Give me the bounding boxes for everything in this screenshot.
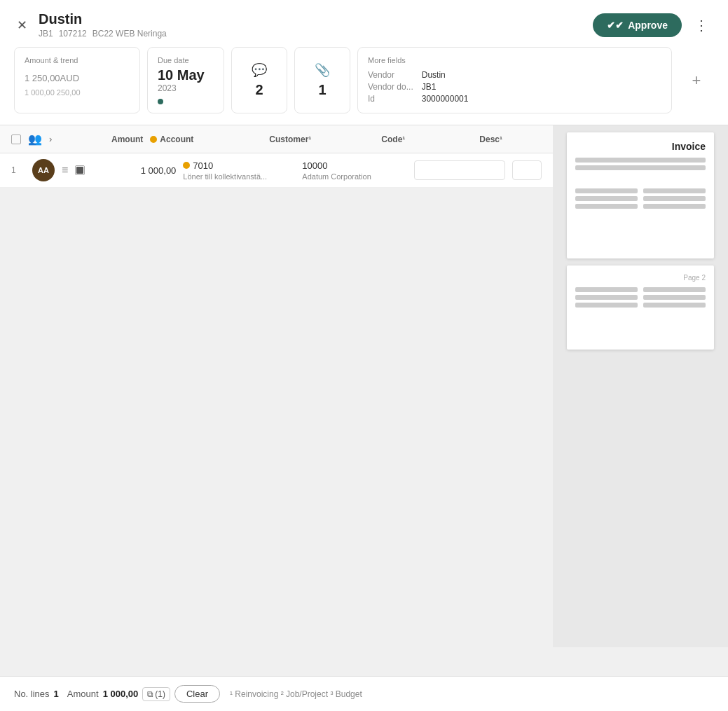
- plus-icon: +: [692, 71, 701, 90]
- check-icon: ✔✔: [607, 20, 624, 31]
- clear-button[interactable]: Clear: [174, 685, 220, 703]
- invoice-preview-panel: Invoice Pa: [553, 125, 728, 647]
- field-key-vendor-do: Vendor do...: [368, 82, 413, 92]
- desc-input[interactable]: [512, 160, 542, 180]
- invoice-line: [643, 295, 706, 300]
- attachment-icon: 📎: [315, 62, 330, 78]
- row-checkbox-inner: [76, 167, 83, 174]
- due-date-label: Due date: [158, 56, 214, 64]
- row-amount: 1 000,00: [92, 165, 176, 176]
- page-2-label: Page 2: [575, 274, 706, 282]
- invoice-line: [575, 295, 638, 300]
- copy-count: (1): [155, 689, 165, 699]
- meta-id: 107212: [59, 29, 87, 39]
- due-date-main: 10 May: [158, 67, 214, 83]
- no-lines-label: No. lines: [14, 689, 50, 699]
- copy-icon: ⧉: [147, 689, 153, 699]
- more-options-button[interactable]: ⋮: [689, 14, 714, 36]
- row-number: 1: [11, 165, 25, 175]
- table-section: 👥 › Amount Account Customer¹ Code¹ Desc¹…: [0, 125, 553, 647]
- copy-button[interactable]: ⧉ (1): [142, 687, 170, 701]
- account-number: 7010: [183, 160, 295, 171]
- invoice-line: [575, 158, 706, 163]
- amount-value: 1 000,00: [103, 689, 139, 699]
- attachments-card[interactable]: 📎 1: [294, 47, 350, 113]
- col-header-amount: Amount: [59, 134, 143, 144]
- customer-number: 10000: [302, 160, 407, 171]
- invoice-line: [575, 204, 638, 209]
- row-account: 7010 Löner till kollektivanstä...: [183, 160, 295, 181]
- add-field-button[interactable]: +: [679, 47, 714, 113]
- invoice-lines-1: [575, 158, 706, 170]
- comments-count: 2: [255, 82, 263, 98]
- main-area: 👥 › Amount Account Customer¹ Code¹ Desc¹…: [0, 125, 728, 647]
- approve-button[interactable]: ✔✔ Approve: [593, 13, 682, 37]
- table-row-inner: 1 AA ≡ 1 000,00 7010 Löner till kollekti…: [0, 153, 553, 187]
- col-header-account: Account: [150, 134, 262, 144]
- attachments-count: 1: [318, 82, 326, 98]
- invoice-page-1: Invoice: [567, 132, 714, 258]
- footer-bar: No. lines 1 Amount 1 000,00 ⧉ (1) Clear …: [0, 676, 728, 711]
- amount-sub: 1 000,00 250,00: [25, 88, 130, 97]
- meta-code: BC22 WEB Neringa: [92, 29, 167, 39]
- due-date-year: 2023: [158, 83, 214, 93]
- vendor-meta: JB1 107212 BC22 WEB Neringa: [39, 29, 167, 39]
- account-name: Löner till kollektivanstä...: [183, 172, 295, 181]
- invoice-line: [643, 287, 706, 292]
- col-header-desc: Desc¹: [479, 134, 542, 144]
- approve-label: Approve: [628, 20, 668, 31]
- amount-card: Amount & trend 1 250,00AUD 1 000,00 250,…: [14, 47, 140, 113]
- field-val-vendor: Dustin: [422, 70, 661, 80]
- amount-currency: AUD: [60, 73, 79, 83]
- account-dot-header: [150, 136, 157, 143]
- invoice-line: [575, 287, 638, 292]
- footer-note: ¹ Reinvoicing ² Job/Project ³ Budget: [230, 689, 362, 699]
- invoice-lines-2: [575, 188, 706, 209]
- amount-value: 1 250,00AUD: [25, 67, 130, 85]
- due-date-card: Due date 10 May 2023: [147, 47, 224, 113]
- invoice-title: Invoice: [575, 141, 706, 152]
- select-all-checkbox[interactable]: [11, 134, 21, 144]
- invoice-line: [575, 188, 638, 193]
- close-button[interactable]: ✕: [14, 15, 30, 36]
- more-fields-label: More fields: [368, 56, 661, 64]
- field-val-id: 3000000001: [422, 94, 661, 104]
- cards-row: Amount & trend 1 250,00AUD 1 000,00 250,…: [14, 47, 714, 125]
- no-lines-value: 1: [54, 689, 59, 699]
- row-customer: 10000 Adatum Corporation: [302, 160, 407, 181]
- field-key-vendor: Vendor: [368, 70, 413, 80]
- table-header: 👥 › Amount Account Customer¹ Code¹ Desc¹: [0, 125, 553, 153]
- invoice-line: [643, 303, 706, 308]
- field-key-id: Id: [368, 94, 413, 104]
- invoice-lines-p2: [575, 287, 706, 308]
- row-menu-icon[interactable]: ≡: [62, 164, 68, 177]
- invoice-line: [575, 165, 706, 170]
- col-header-code: Code¹: [381, 134, 472, 144]
- invoice-line: [643, 204, 706, 209]
- group-icon: 👥: [28, 132, 42, 146]
- col-header-customer: Customer¹: [269, 134, 374, 144]
- table-row: 1 AA ≡ 1 000,00 7010 Löner till kollekti…: [0, 153, 553, 188]
- row-checkbox[interactable]: [75, 165, 85, 175]
- invoice-line: [643, 196, 706, 201]
- invoice-line: [643, 188, 706, 193]
- code-input[interactable]: [414, 160, 505, 180]
- field-val-vendor-do: JB1: [422, 82, 661, 92]
- avatar: AA: [32, 159, 55, 181]
- more-fields-grid: Vendor Dustin Vendor do... JB1 Id 300000…: [368, 70, 661, 104]
- expand-icon[interactable]: ›: [49, 134, 52, 144]
- vendor-name: Dustin: [39, 11, 167, 27]
- row-code: [414, 160, 505, 180]
- account-dot-row: [183, 162, 190, 169]
- amount-label: Amount & trend: [25, 56, 130, 64]
- invoice-line: [575, 196, 638, 201]
- customer-name: Adatum Corporation: [302, 172, 407, 181]
- more-fields-card: More fields Vendor Dustin Vendor do... J…: [357, 47, 672, 113]
- row-desc: [512, 160, 542, 180]
- meta-jb1: JB1: [39, 29, 53, 39]
- comments-card[interactable]: 💬 2: [231, 47, 287, 113]
- invoice-page-2: Page 2: [567, 265, 714, 350]
- invoice-line: [575, 303, 638, 308]
- amount-label: Amount: [67, 689, 99, 699]
- header-actions: ✔✔ Approve ⋮: [593, 13, 714, 37]
